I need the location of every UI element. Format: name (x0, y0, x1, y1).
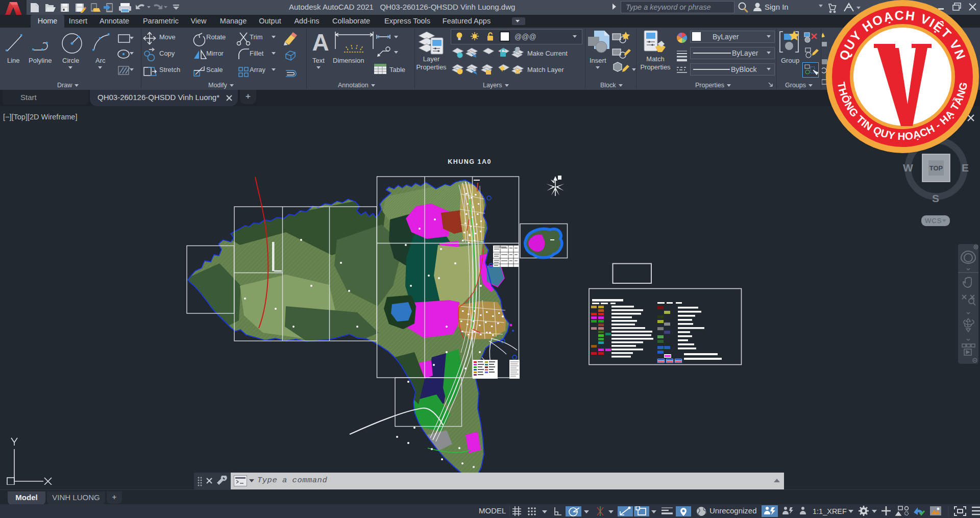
svg-text:S: S (932, 192, 939, 204)
svg-text:W: W (903, 162, 913, 174)
svg-text:TOP: TOP (929, 164, 943, 172)
svg-text:1:1_XREF: 1:1_XREF (813, 507, 847, 515)
svg-text:E: E (962, 162, 969, 174)
svg-text:@@@: @@@ (514, 33, 536, 41)
svg-text:KHUNG 1A0: KHUNG 1A0 (448, 158, 492, 165)
